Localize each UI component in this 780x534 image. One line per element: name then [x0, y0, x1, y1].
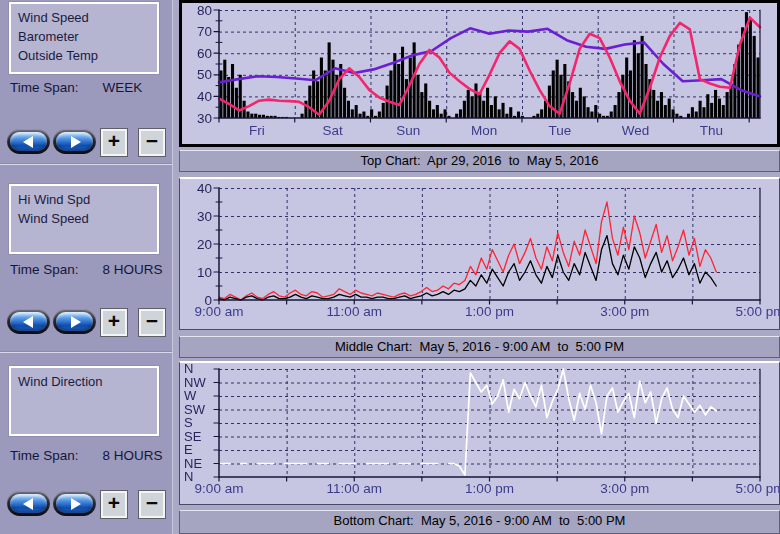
- button-face: [10, 312, 47, 331]
- left-arrow-icon: [23, 136, 33, 148]
- time-span-value: 8 HOURS: [103, 448, 163, 463]
- top-chart-back-button[interactable]: [7, 129, 50, 154]
- button-face: [10, 494, 47, 513]
- weather-graphs-window: Wind Speed Barometer Outside Temp Time S…: [0, 0, 780, 534]
- top-chart-panel: [179, 0, 780, 147]
- legend-item: Barometer: [18, 27, 153, 46]
- middle-chart-caption: Middle Chart: May 5, 2016 - 9:00 AM to 5…: [179, 336, 780, 358]
- legend-box-bottom-chart: Wind Direction: [9, 366, 159, 436]
- right-arrow-icon: [71, 136, 81, 148]
- right-arrow-icon: [71, 498, 81, 510]
- button-face: [56, 312, 93, 331]
- time-span-middle: Time Span: 8 HOURS: [10, 262, 163, 277]
- middle-chart-forward-button[interactable]: [53, 309, 96, 334]
- bottom-chart-back-button[interactable]: [7, 491, 50, 516]
- middle-chart-panel: [179, 177, 780, 330]
- legend-item: Hi Wind Spd: [18, 190, 153, 209]
- middle-chart: [180, 179, 779, 329]
- button-face: [56, 132, 93, 151]
- legend-box-top-chart: Wind Speed Barometer Outside Temp: [9, 2, 159, 74]
- legend-item: Wind Speed: [18, 8, 153, 27]
- sidebar-divider: [0, 163, 172, 165]
- button-face: [56, 494, 93, 513]
- top-chart-caption: Top Chart: Apr 29, 2016 to May 5, 2016: [179, 150, 780, 172]
- top-chart-zoom-in-button[interactable]: +: [100, 128, 128, 157]
- time-span-value: WEEK: [103, 80, 143, 95]
- middle-chart-back-button[interactable]: [7, 309, 50, 334]
- bottom-chart-zoom-in-button[interactable]: +: [100, 490, 128, 519]
- time-span-label: Time Span:: [10, 448, 79, 463]
- legend-item: Wind Speed: [18, 209, 153, 228]
- legend-item: Wind Direction: [18, 372, 153, 391]
- time-span-label: Time Span:: [10, 80, 79, 95]
- bottom-chart-panel: [179, 361, 780, 505]
- legend-box-middle-chart: Hi Wind Spd Wind Speed: [9, 184, 159, 254]
- button-face: [10, 132, 47, 151]
- left-arrow-icon: [23, 316, 33, 328]
- middle-chart-zoom-out-button[interactable]: −: [138, 308, 166, 337]
- left-arrow-icon: [23, 498, 33, 510]
- top-chart: [182, 3, 777, 144]
- time-span-value: 8 HOURS: [103, 262, 163, 277]
- bottom-chart: [180, 363, 779, 504]
- sidebar: Wind Speed Barometer Outside Temp Time S…: [0, 0, 173, 534]
- top-chart-forward-button[interactable]: [53, 129, 96, 154]
- time-span-top: Time Span: WEEK: [10, 80, 142, 95]
- time-span-label: Time Span:: [10, 262, 79, 277]
- bottom-chart-zoom-out-button[interactable]: −: [138, 490, 166, 519]
- legend-item: Outside Temp: [18, 46, 153, 65]
- top-chart-zoom-out-button[interactable]: −: [138, 128, 166, 157]
- sidebar-divider: [0, 351, 172, 353]
- middle-chart-zoom-in-button[interactable]: +: [100, 308, 128, 337]
- time-span-bottom: Time Span: 8 HOURS: [10, 448, 163, 463]
- bottom-chart-caption: Bottom Chart: May 5, 2016 - 9:00 AM to 5…: [179, 510, 780, 534]
- right-arrow-icon: [71, 316, 81, 328]
- bottom-chart-forward-button[interactable]: [53, 491, 96, 516]
